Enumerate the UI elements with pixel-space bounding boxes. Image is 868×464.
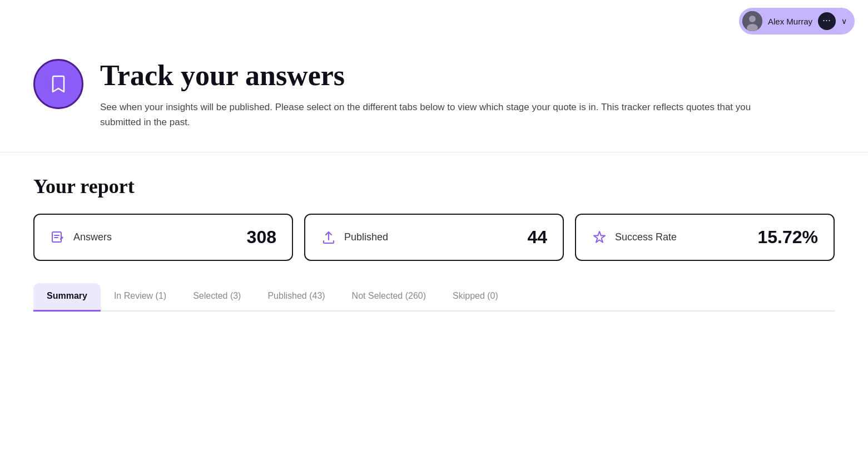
star-icon [592, 230, 607, 245]
user-pill[interactable]: Alex Murray ··· ∨ [739, 8, 855, 34]
hero-description: See when your insights will be published… [100, 100, 767, 130]
tab-not-selected[interactable]: Not Selected (260) [339, 283, 439, 312]
hero-section: Track your answers See when your insight… [0, 42, 868, 152]
edit-icon [50, 230, 66, 245]
hero-icon-circle [33, 59, 83, 109]
published-label: Published [344, 231, 388, 243]
stat-left-answers: Answers [50, 230, 112, 245]
success-rate-label: Success Rate [615, 231, 677, 243]
hero-text: Track your answers See when your insight… [100, 59, 835, 130]
tab-summary[interactable]: Summary [33, 283, 101, 312]
stat-card-success-rate: Success Rate 15.72% [575, 214, 835, 261]
bookmark-icon [47, 73, 70, 95]
stat-left-published: Published [321, 230, 388, 245]
answers-label: Answers [73, 231, 112, 243]
top-nav: Alex Murray ··· ∨ [0, 0, 868, 42]
more-icon[interactable]: ··· [818, 12, 836, 30]
tab-selected[interactable]: Selected (3) [180, 283, 254, 312]
upload-icon [321, 230, 336, 245]
stat-card-answers: Answers 308 [33, 214, 293, 261]
hero-title: Track your answers [100, 59, 835, 92]
stat-left-success-rate: Success Rate [592, 230, 677, 245]
tab-in-review[interactable]: In Review (1) [101, 283, 180, 312]
report-title: Your report [33, 175, 835, 198]
report-section: Your report Answers 308 [0, 152, 868, 328]
tabs-row: Summary In Review (1) Selected (3) Publi… [33, 283, 835, 312]
tab-skipped[interactable]: Skipped (0) [439, 283, 512, 312]
success-rate-value: 15.72% [757, 227, 818, 248]
answers-value: 308 [247, 227, 276, 248]
stats-row: Answers 308 Published 44 [33, 214, 835, 261]
svg-point-1 [749, 16, 756, 22]
chevron-down-icon: ∨ [841, 17, 847, 26]
published-value: 44 [527, 227, 547, 248]
tab-published[interactable]: Published (43) [254, 283, 338, 312]
stat-card-published: Published 44 [304, 214, 564, 261]
user-name: Alex Murray [768, 17, 812, 26]
avatar [742, 11, 762, 31]
